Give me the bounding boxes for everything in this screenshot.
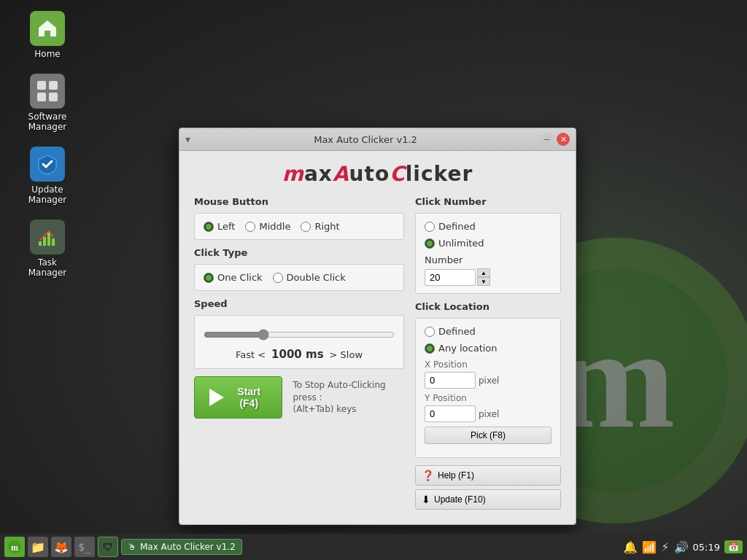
taskbar-firefox-button[interactable]: 🦊 <box>51 537 71 557</box>
x-position-input[interactable] <box>425 372 476 389</box>
svg-rect-8 <box>39 241 42 246</box>
radio-unlimited-label: Unlimited <box>438 238 484 249</box>
y-position-input[interactable] <box>425 405 476 422</box>
speed-box: Fast < 1000 ms > Slow <box>194 315 404 369</box>
radio-double-click[interactable]: Double Click <box>273 272 346 283</box>
left-column: Mouse Button Left Middle <box>194 196 404 513</box>
svg-text:m: m <box>11 542 18 553</box>
clicker-taskbar-icon: 🖱 <box>128 542 136 552</box>
radio-left-input[interactable] <box>204 222 214 232</box>
number-label: Number <box>425 254 551 265</box>
taskbar-terminal-button[interactable]: $_ <box>74 537 95 557</box>
spinner-down[interactable]: ▼ <box>477 277 490 286</box>
mint-taskbar-icon: m <box>7 540 22 554</box>
taskbar-open-window[interactable]: 🖱 Max Auto Clicker v1.2 <box>121 539 242 555</box>
desktop-icon-home[interactable]: Home <box>15 7 80 63</box>
y-position-row: pixel <box>425 405 551 422</box>
speed-slider[interactable] <box>204 329 395 341</box>
y-position-label: Y Position <box>425 393 551 403</box>
radio-any-location[interactable]: Any location <box>425 343 498 354</box>
taskbar-files-button[interactable]: 📁 <box>28 537 48 557</box>
bottom-row: Start (F4) To Stop Auto-Clicking press :… <box>194 376 404 419</box>
window-menu-icon[interactable]: ▾ <box>185 133 190 145</box>
slow-label: > Slow <box>330 349 363 360</box>
radio-middle[interactable]: Middle <box>245 221 290 232</box>
radio-defined-input[interactable] <box>425 222 435 232</box>
start-button[interactable]: Start (F4) <box>194 376 282 419</box>
taskbar-mintinstall-button[interactable]: 🛡 <box>98 537 118 557</box>
radio-any-location-label: Any location <box>438 343 498 354</box>
help-label: Help (F1) <box>438 470 474 481</box>
taskbar-left: m 📁 🦊 $_ 🛡 🖱 Max Auto Clicker v1.2 <box>4 537 242 557</box>
help-icon: ❓ <box>422 470 434 481</box>
update-button[interactable]: ⬇ Update (F10) <box>415 489 561 510</box>
desktop-icon-software-manager[interactable]: SoftwareManager <box>15 70 80 136</box>
svg-rect-11 <box>52 238 55 246</box>
number-input[interactable] <box>425 269 476 286</box>
radio-right[interactable]: Right <box>301 221 339 232</box>
help-button[interactable]: ❓ Help (F1) <box>415 465 561 486</box>
fast-label: Fast < <box>236 349 266 360</box>
taskbar-window-label: Max Auto Clicker v1.2 <box>140 542 236 552</box>
number-spinners: ▲ ▼ <box>477 268 490 286</box>
click-number-section: Click Number Defined Unlimited <box>415 196 561 294</box>
speed-slider-container <box>204 329 395 343</box>
click-type-title: Click Type <box>194 247 404 258</box>
radio-one-click-label: One Click <box>217 272 263 283</box>
radio-left[interactable]: Left <box>204 221 235 232</box>
radio-unlimited-input[interactable] <box>425 238 435 249</box>
update-manager-label: UpdateManager <box>28 184 67 205</box>
radio-defined-location-label: Defined <box>438 326 476 337</box>
minimize-button[interactable]: ─ <box>541 133 554 146</box>
task-manager-label: TaskManager <box>28 257 67 278</box>
svg-marker-3 <box>39 20 56 36</box>
taskbar: m 📁 🦊 $_ 🛡 🖱 Max Auto Clicker v1.2 🔔 📶 ⚡… <box>0 534 747 560</box>
click-type-section: Click Type One Click Double Click <box>194 247 404 291</box>
desktop-icon-task-manager[interactable]: TaskManager <box>15 216 80 281</box>
radio-middle-input[interactable] <box>245 222 255 232</box>
play-icon <box>209 389 224 406</box>
radio-defined-label: Defined <box>438 221 476 232</box>
pick-button[interactable]: Pick (F8) <box>425 427 551 444</box>
svg-rect-4 <box>37 81 46 90</box>
notification-icon[interactable]: 🔔 <box>623 540 638 554</box>
desktop-icon-update-manager[interactable]: UpdateManager <box>15 143 80 209</box>
software-manager-label: SoftwareManager <box>28 112 67 132</box>
radio-one-click[interactable]: One Click <box>204 272 263 283</box>
terminal-icon: $_ <box>79 541 91 553</box>
click-number-title: Click Number <box>415 196 561 207</box>
position-inputs: X Position pixel Y Position pixel <box>425 359 551 450</box>
window-content: maxAutoClicker Mouse Button Left <box>179 151 576 524</box>
start-label: Start (F4) <box>231 386 267 409</box>
radio-defined-location[interactable]: Defined <box>425 326 476 337</box>
spinner-up[interactable]: ▲ <box>477 268 490 277</box>
radio-any-location-input[interactable] <box>425 343 435 354</box>
power-icon[interactable]: ⚡ <box>661 540 669 554</box>
svg-rect-5 <box>49 81 58 90</box>
y-pixel-label: pixel <box>479 409 499 419</box>
radio-defined-number[interactable]: Defined <box>425 221 476 232</box>
click-number-box: Defined Unlimited Number <box>415 213 561 294</box>
radio-defined-location-input[interactable] <box>425 327 435 337</box>
mouse-button-section: Mouse Button Left Middle <box>194 196 404 240</box>
radio-double-click-input[interactable] <box>273 273 283 283</box>
click-type-group: One Click Double Click <box>204 272 395 283</box>
wifi-icon[interactable]: 📶 <box>642 540 657 554</box>
clock: 05:19 <box>693 542 720 553</box>
main-layout: Mouse Button Left Middle <box>194 196 561 513</box>
radio-right-input[interactable] <box>301 222 311 232</box>
mouse-button-box: Left Middle Right <box>194 213 404 240</box>
speed-title: Speed <box>194 298 404 309</box>
title-bar-controls: ─ ✕ <box>541 133 570 146</box>
radio-one-click-input[interactable] <box>204 273 214 283</box>
update-label: Update (F10) <box>434 494 486 505</box>
firefox-icon: 🦊 <box>54 540 69 554</box>
radio-unlimited[interactable]: Unlimited <box>425 238 484 249</box>
calendar-badge[interactable]: 📅 <box>724 540 743 553</box>
taskbar-mint-button[interactable]: m <box>4 537 25 557</box>
volume-icon[interactable]: 🔊 <box>674 540 689 554</box>
radio-middle-label: Middle <box>259 221 290 232</box>
x-pixel-label: pixel <box>479 376 499 386</box>
close-button[interactable]: ✕ <box>557 133 570 146</box>
update-manager-icon <box>30 147 65 182</box>
